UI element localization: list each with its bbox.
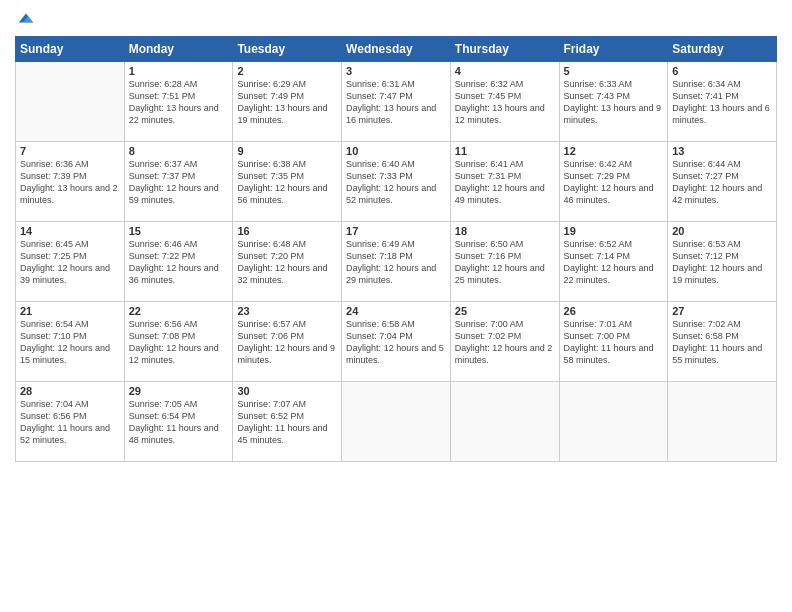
calendar-day-header: Sunday [16,37,125,62]
calendar-cell [450,382,559,462]
calendar-day-header: Saturday [668,37,777,62]
day-info: Sunrise: 6:28 AM Sunset: 7:51 PM Dayligh… [129,78,229,127]
day-info: Sunrise: 6:44 AM Sunset: 7:27 PM Dayligh… [672,158,772,207]
calendar-cell: 15Sunrise: 6:46 AM Sunset: 7:22 PM Dayli… [124,222,233,302]
header [15,10,777,28]
calendar-cell: 23Sunrise: 6:57 AM Sunset: 7:06 PM Dayli… [233,302,342,382]
day-info: Sunrise: 6:34 AM Sunset: 7:41 PM Dayligh… [672,78,772,127]
day-info: Sunrise: 6:57 AM Sunset: 7:06 PM Dayligh… [237,318,337,367]
day-info: Sunrise: 7:00 AM Sunset: 7:02 PM Dayligh… [455,318,555,367]
day-number: 7 [20,145,120,157]
day-number: 28 [20,385,120,397]
calendar-cell: 27Sunrise: 7:02 AM Sunset: 6:58 PM Dayli… [668,302,777,382]
calendar-cell: 4Sunrise: 6:32 AM Sunset: 7:45 PM Daylig… [450,62,559,142]
calendar-day-header: Wednesday [342,37,451,62]
day-info: Sunrise: 7:07 AM Sunset: 6:52 PM Dayligh… [237,398,337,447]
calendar-cell: 2Sunrise: 6:29 AM Sunset: 7:49 PM Daylig… [233,62,342,142]
calendar-cell: 13Sunrise: 6:44 AM Sunset: 7:27 PM Dayli… [668,142,777,222]
calendar-cell: 7Sunrise: 6:36 AM Sunset: 7:39 PM Daylig… [16,142,125,222]
day-info: Sunrise: 6:45 AM Sunset: 7:25 PM Dayligh… [20,238,120,287]
day-number: 25 [455,305,555,317]
day-info: Sunrise: 7:01 AM Sunset: 7:00 PM Dayligh… [564,318,664,367]
calendar-cell: 10Sunrise: 6:40 AM Sunset: 7:33 PM Dayli… [342,142,451,222]
day-info: Sunrise: 6:33 AM Sunset: 7:43 PM Dayligh… [564,78,664,127]
calendar-cell: 28Sunrise: 7:04 AM Sunset: 6:56 PM Dayli… [16,382,125,462]
day-info: Sunrise: 6:58 AM Sunset: 7:04 PM Dayligh… [346,318,446,367]
day-number: 27 [672,305,772,317]
day-info: Sunrise: 6:49 AM Sunset: 7:18 PM Dayligh… [346,238,446,287]
day-number: 11 [455,145,555,157]
calendar-day-header: Thursday [450,37,559,62]
day-number: 8 [129,145,229,157]
day-number: 6 [672,65,772,77]
day-number: 20 [672,225,772,237]
calendar-day-header: Tuesday [233,37,342,62]
calendar-day-header: Friday [559,37,668,62]
calendar-cell [668,382,777,462]
calendar-day-header: Monday [124,37,233,62]
day-info: Sunrise: 6:40 AM Sunset: 7:33 PM Dayligh… [346,158,446,207]
calendar-cell: 8Sunrise: 6:37 AM Sunset: 7:37 PM Daylig… [124,142,233,222]
day-info: Sunrise: 6:32 AM Sunset: 7:45 PM Dayligh… [455,78,555,127]
day-number: 13 [672,145,772,157]
day-number: 10 [346,145,446,157]
day-info: Sunrise: 6:52 AM Sunset: 7:14 PM Dayligh… [564,238,664,287]
calendar-week-row: 21Sunrise: 6:54 AM Sunset: 7:10 PM Dayli… [16,302,777,382]
calendar-week-row: 28Sunrise: 7:04 AM Sunset: 6:56 PM Dayli… [16,382,777,462]
calendar-cell: 26Sunrise: 7:01 AM Sunset: 7:00 PM Dayli… [559,302,668,382]
calendar-cell: 20Sunrise: 6:53 AM Sunset: 7:12 PM Dayli… [668,222,777,302]
calendar-cell: 9Sunrise: 6:38 AM Sunset: 7:35 PM Daylig… [233,142,342,222]
day-number: 21 [20,305,120,317]
day-info: Sunrise: 6:50 AM Sunset: 7:16 PM Dayligh… [455,238,555,287]
day-info: Sunrise: 6:29 AM Sunset: 7:49 PM Dayligh… [237,78,337,127]
calendar-header-row: SundayMondayTuesdayWednesdayThursdayFrid… [16,37,777,62]
calendar-cell: 29Sunrise: 7:05 AM Sunset: 6:54 PM Dayli… [124,382,233,462]
day-number: 26 [564,305,664,317]
day-info: Sunrise: 6:54 AM Sunset: 7:10 PM Dayligh… [20,318,120,367]
logo-text [15,10,35,28]
day-info: Sunrise: 6:53 AM Sunset: 7:12 PM Dayligh… [672,238,772,287]
calendar-cell: 21Sunrise: 6:54 AM Sunset: 7:10 PM Dayli… [16,302,125,382]
calendar-cell: 1Sunrise: 6:28 AM Sunset: 7:51 PM Daylig… [124,62,233,142]
calendar-cell: 22Sunrise: 6:56 AM Sunset: 7:08 PM Dayli… [124,302,233,382]
day-number: 23 [237,305,337,317]
page: SundayMondayTuesdayWednesdayThursdayFrid… [0,0,792,612]
day-info: Sunrise: 6:46 AM Sunset: 7:22 PM Dayligh… [129,238,229,287]
day-info: Sunrise: 6:36 AM Sunset: 7:39 PM Dayligh… [20,158,120,207]
calendar-cell: 19Sunrise: 6:52 AM Sunset: 7:14 PM Dayli… [559,222,668,302]
calendar-cell [559,382,668,462]
day-number: 17 [346,225,446,237]
day-number: 15 [129,225,229,237]
calendar-cell: 25Sunrise: 7:00 AM Sunset: 7:02 PM Dayli… [450,302,559,382]
day-info: Sunrise: 6:42 AM Sunset: 7:29 PM Dayligh… [564,158,664,207]
day-number: 5 [564,65,664,77]
calendar-cell: 16Sunrise: 6:48 AM Sunset: 7:20 PM Dayli… [233,222,342,302]
calendar-cell: 30Sunrise: 7:07 AM Sunset: 6:52 PM Dayli… [233,382,342,462]
calendar-week-row: 1Sunrise: 6:28 AM Sunset: 7:51 PM Daylig… [16,62,777,142]
calendar-cell: 11Sunrise: 6:41 AM Sunset: 7:31 PM Dayli… [450,142,559,222]
calendar-cell: 17Sunrise: 6:49 AM Sunset: 7:18 PM Dayli… [342,222,451,302]
calendar-cell [342,382,451,462]
calendar-table: SundayMondayTuesdayWednesdayThursdayFrid… [15,36,777,462]
day-number: 24 [346,305,446,317]
day-info: Sunrise: 6:48 AM Sunset: 7:20 PM Dayligh… [237,238,337,287]
calendar-cell: 6Sunrise: 6:34 AM Sunset: 7:41 PM Daylig… [668,62,777,142]
day-info: Sunrise: 6:37 AM Sunset: 7:37 PM Dayligh… [129,158,229,207]
calendar-week-row: 7Sunrise: 6:36 AM Sunset: 7:39 PM Daylig… [16,142,777,222]
day-number: 30 [237,385,337,397]
calendar-cell: 3Sunrise: 6:31 AM Sunset: 7:47 PM Daylig… [342,62,451,142]
day-number: 2 [237,65,337,77]
day-info: Sunrise: 6:56 AM Sunset: 7:08 PM Dayligh… [129,318,229,367]
day-number: 18 [455,225,555,237]
day-info: Sunrise: 7:05 AM Sunset: 6:54 PM Dayligh… [129,398,229,447]
day-number: 3 [346,65,446,77]
day-info: Sunrise: 6:38 AM Sunset: 7:35 PM Dayligh… [237,158,337,207]
calendar-cell: 5Sunrise: 6:33 AM Sunset: 7:43 PM Daylig… [559,62,668,142]
logo [15,10,35,28]
logo-icon [17,10,35,28]
day-number: 4 [455,65,555,77]
calendar-week-row: 14Sunrise: 6:45 AM Sunset: 7:25 PM Dayli… [16,222,777,302]
day-number: 12 [564,145,664,157]
day-info: Sunrise: 7:04 AM Sunset: 6:56 PM Dayligh… [20,398,120,447]
day-number: 29 [129,385,229,397]
